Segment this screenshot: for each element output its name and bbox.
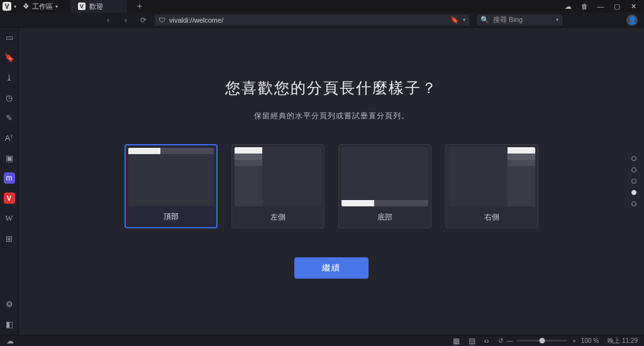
step-dot-2[interactable] (631, 167, 636, 172)
step-dot-1[interactable] (631, 156, 636, 161)
tab-title: 歡迎 (89, 2, 103, 11)
shield-icon: 🛡 (158, 16, 165, 24)
tab-position-option-right[interactable]: 右側 (445, 144, 538, 228)
status-bar: ☁ ▦ ▤ ‹› ↺ — ＋ 100 % 晚上 11:29 (0, 335, 644, 346)
window-minimize-button[interactable]: — (592, 0, 609, 13)
panel-history-icon[interactable]: ◷ (2, 92, 17, 103)
url-field[interactable]: 🛡 vivaldi://welcome/ 🔖 ▾ (155, 14, 469, 26)
zoom-slider[interactable] (517, 340, 567, 342)
tab-favicon-icon: V (78, 3, 86, 10)
zoom-reset-icon[interactable]: ↺ (498, 337, 503, 344)
cloud-sync-icon[interactable]: ☁ (560, 0, 576, 13)
address-bar: ‹ › ⟳ 🛡 vivaldi://welcome/ 🔖 ▾ 🔍 搜尋 Bing… (0, 13, 644, 28)
welcome-subtitle: 保留經典的水平分頁列或嘗試垂直分頁列。 (254, 111, 409, 121)
welcome-question: 您喜歡您的分頁長什麼樣子？ (225, 78, 438, 98)
step-dot-4[interactable] (631, 190, 636, 195)
url-text: vivaldi://welcome/ (169, 16, 447, 24)
workspace-selector[interactable]: ❖ 工作區 ▾ (23, 2, 64, 11)
option-label-left: 左側 (232, 206, 324, 228)
step-dot-5[interactable] (631, 201, 636, 206)
preview-bottom (341, 147, 428, 206)
option-label-top: 頂部 (126, 206, 216, 227)
panel-notes-icon[interactable]: ✎ (2, 112, 17, 123)
panel-downloads-icon[interactable]: ⤓ (2, 72, 17, 83)
window-maximize-button[interactable]: ▢ (609, 0, 625, 13)
welcome-content: 您喜歡您的分頁長什麼樣子？ 保留經典的水平分頁列或嘗試垂直分頁列。 頂部 左側 (19, 28, 644, 335)
title-bar: V ▾ ❖ 工作區 ▾ V 歡迎 ＋ ☁ 🗑 — ▢ ✕ (0, 0, 644, 13)
panel-bookmarks-icon[interactable]: ▭ (2, 31, 17, 43)
continue-button[interactable]: 繼續 (294, 257, 369, 279)
search-field[interactable]: 🔍 搜尋 Bing ▾ (477, 14, 562, 26)
new-tab-button[interactable]: ＋ (133, 0, 146, 13)
vivaldi-logo-icon[interactable]: V (3, 2, 11, 11)
browser-tab[interactable]: V 歡迎 (70, 0, 127, 13)
preview-top (128, 148, 214, 206)
panel-window-icon[interactable]: ▣ (2, 152, 17, 164)
option-label-bottom: 底部 (339, 206, 431, 228)
url-dropdown-icon[interactable]: ▾ (463, 17, 465, 23)
panel-add-icon[interactable]: ⊞ (2, 233, 17, 244)
step-dot-3[interactable] (631, 179, 636, 184)
tiling-icon[interactable]: ▦ (453, 337, 460, 345)
panel-translate-icon[interactable]: Aᵀ (2, 132, 17, 143)
tab-position-option-bottom[interactable]: 底部 (338, 144, 431, 228)
window-close-button[interactable]: ✕ (625, 0, 641, 13)
page-actions-icon[interactable]: ‹› (484, 337, 489, 345)
search-engine-dropdown-icon[interactable]: ▾ (556, 17, 558, 23)
panel-wikipedia-icon[interactable]: W (2, 213, 17, 224)
workspace-caret-icon: ▾ (55, 4, 58, 9)
status-clock[interactable]: 晚上 11:29 (608, 337, 638, 345)
zoom-label: 100 % (581, 337, 599, 344)
zoom-control[interactable]: ↺ — ＋ 100 % (498, 337, 599, 345)
profile-avatar[interactable]: 👤 (626, 14, 638, 26)
option-label-right: 右側 (446, 206, 538, 228)
nav-back-button[interactable]: ‹ (102, 14, 114, 26)
panel-vivaldi-icon[interactable]: V (4, 193, 15, 204)
panel-toggle-icon[interactable]: ◧ (2, 318, 17, 330)
tab-position-options: 頂部 左側 底部 (125, 144, 538, 228)
images-toggle-icon[interactable]: ▤ (469, 337, 475, 345)
settings-icon[interactable]: ⚙ (2, 298, 17, 310)
search-icon: 🔍 (480, 16, 489, 24)
panel-mastodon-icon[interactable]: m (4, 172, 15, 184)
bookmark-icon[interactable]: 🔖 (450, 16, 459, 24)
trash-icon[interactable]: 🗑 (576, 0, 592, 13)
tab-position-option-top[interactable]: 頂部 (125, 144, 218, 228)
welcome-step-indicator (631, 156, 636, 206)
panel-reading-list-icon[interactable]: 🔖 (2, 52, 17, 63)
workspace-label: 工作區 (32, 2, 53, 11)
nav-forward-button[interactable]: › (119, 14, 132, 26)
sync-status-icon[interactable]: ☁ (6, 337, 14, 345)
app-menu-caret-icon[interactable]: ▾ (14, 4, 16, 9)
preview-left (235, 147, 321, 206)
workspace-icon: ❖ (23, 2, 30, 11)
side-panel: ▭ 🔖 ⤓ ◷ ✎ Aᵀ ▣ m V W ⊞ ⚙ ◧ (0, 28, 19, 335)
search-placeholder: 搜尋 Bing (493, 15, 523, 25)
nav-reload-button[interactable]: ⟳ (137, 14, 150, 26)
preview-right (448, 147, 535, 206)
tab-position-option-left[interactable]: 左側 (231, 144, 325, 228)
